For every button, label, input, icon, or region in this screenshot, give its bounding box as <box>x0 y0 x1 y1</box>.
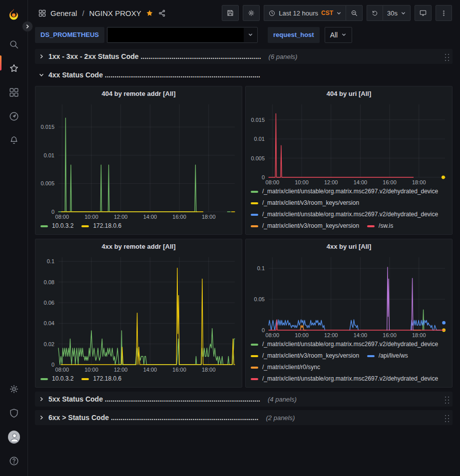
row-1xx-3xx-2xx-status-code[interactable]: 1xx - 3xx - 2xx Status Code ............… <box>35 49 453 64</box>
sidebar-item-starred[interactable] <box>8 62 20 74</box>
variable-value-request-host[interactable]: All <box>325 27 353 43</box>
panel-title[interactable]: 4xx by uri [All] <box>246 239 452 253</box>
time-range-picker[interactable]: Last 12 hours CST <box>264 5 346 21</box>
svg-text:14:00: 14:00 <box>143 214 157 220</box>
legend-item[interactable]: /_matrix/client/r0/sync <box>251 363 320 372</box>
dashboard-settings-button[interactable] <box>243 5 260 21</box>
svg-text:18:00: 18:00 <box>202 367 216 373</box>
row-4xx-status-code[interactable]: 4xx Status Code ........................… <box>35 67 453 82</box>
time-series-chart[interactable]: 00.0050.010.01508:0010:0012:0014:0016:00… <box>35 100 242 221</box>
legend-label: /_matrix/client/unstable/org.matrix.msc2… <box>262 340 438 349</box>
legend-item[interactable]: /_matrix/client/unstable/org.matrix.msc2… <box>251 340 438 349</box>
row-title: 5xx Status Code ........................… <box>48 395 260 403</box>
panel-title[interactable]: 404 by uri [All] <box>246 86 452 100</box>
svg-text:08:00: 08:00 <box>55 214 69 220</box>
chevron-down-icon <box>341 31 347 39</box>
svg-text:0.005: 0.005 <box>251 155 265 161</box>
more-options-button[interactable] <box>436 5 452 21</box>
time-series-chart[interactable]: 00.020.040.060.080.108:0010:0012:0014:00… <box>35 253 242 374</box>
legend-label: /sw.is <box>379 222 393 230</box>
panel-title[interactable]: 4xx by remote addr [All] <box>35 239 242 253</box>
breadcrumb-folder[interactable]: General <box>50 9 77 17</box>
panel-title[interactable]: 404 by remote addr [All] <box>35 86 242 100</box>
settings-gear-icon[interactable] <box>8 383 20 395</box>
zoom-out-time-button[interactable] <box>346 5 363 21</box>
legend-item[interactable]: /_matrix/client/unstable/org.matrix.msc2… <box>251 210 438 219</box>
svg-text:0.1: 0.1 <box>47 258 54 264</box>
svg-text:10:00: 10:00 <box>295 179 309 185</box>
refresh-interval-label: 30s <box>387 9 398 17</box>
svg-text:18:00: 18:00 <box>412 332 426 338</box>
legend-label: /_matrix/client/r0/sync <box>262 363 320 372</box>
chevron-down-icon <box>401 10 406 16</box>
chevron-right-icon <box>37 415 45 421</box>
explore-compass-icon[interactable] <box>8 110 20 122</box>
legend-label: /_matrix/client/v3/room_keys/version <box>262 352 359 360</box>
refresh-icon[interactable] <box>367 5 383 21</box>
svg-text:16:00: 16:00 <box>383 179 397 185</box>
svg-text:0.06: 0.06 <box>44 300 54 306</box>
star-filled-icon[interactable] <box>145 9 154 17</box>
drag-handle-icon[interactable] <box>444 414 450 422</box>
legend-item[interactable]: /_matrix/client/unstable/org.matrix.msc2… <box>251 187 438 196</box>
dashboards-icon[interactable] <box>8 86 20 98</box>
legend-item[interactable]: /sw.is <box>367 222 393 230</box>
legend-swatch <box>81 378 89 380</box>
svg-text:08:00: 08:00 <box>55 367 69 373</box>
cycle-view-mode-button[interactable] <box>415 5 432 21</box>
legend-item[interactable]: 10.0.3.2 <box>40 222 73 230</box>
legend-label: /api/live/ws <box>379 352 408 360</box>
drag-handle-icon[interactable] <box>444 395 450 404</box>
grafana-logo[interactable] <box>7 8 20 21</box>
page-title[interactable]: NGINX PROXY <box>89 9 141 17</box>
main-area: General / NGINX PROXY <box>28 0 460 476</box>
variable-value-ds-prometheus[interactable] <box>107 27 258 43</box>
legend-item[interactable]: /_matrix/client/v3/room_keys/version <box>251 199 359 207</box>
variables-bar: DS_PROMETHEUS request_host All <box>28 26 460 47</box>
legend-item[interactable]: 172.18.0.6 <box>81 375 121 383</box>
legend-item[interactable]: 10.0.3.2 <box>40 375 73 383</box>
sidebar-expand-button[interactable] <box>22 21 33 32</box>
search-icon[interactable] <box>8 38 20 50</box>
legend-swatch <box>251 344 258 346</box>
row-6xx-status-code[interactable]: 6xx > Status Code ......................… <box>35 410 453 425</box>
active-nav-indicator <box>0 55 1 70</box>
row-5xx-status-code[interactable]: 5xx Status Code ........................… <box>35 392 453 407</box>
row-title: 4xx Status Code ........................… <box>48 71 260 79</box>
svg-text:0.015: 0.015 <box>40 124 54 130</box>
svg-text:16:00: 16:00 <box>172 214 186 220</box>
legend-item[interactable]: /_matrix/client/v3/room_keys/version <box>251 222 359 230</box>
svg-text:0: 0 <box>51 209 54 215</box>
legend-item[interactable]: 172.18.0.6 <box>81 222 121 230</box>
svg-text:0.08: 0.08 <box>44 279 54 285</box>
variable-selected-value: All <box>330 31 338 39</box>
dashboard-body: 1xx - 3xx - 2xx Status Code ............… <box>28 47 460 476</box>
time-series-chart[interactable]: 00.0050.010.01508:0010:0012:0014:0016:00… <box>246 100 452 186</box>
legend-label: /_matrix/client/unstable/org.matrix.msc2… <box>262 210 438 219</box>
time-series-chart[interactable]: 00.050.108:0010:0012:0014:0016:0018:00 <box>246 253 452 339</box>
legend-swatch <box>367 225 375 227</box>
chevron-down-icon <box>37 72 45 78</box>
refresh-interval-picker[interactable]: 30s <box>383 5 411 21</box>
svg-text:10:00: 10:00 <box>84 214 98 220</box>
user-avatar[interactable] <box>8 431 20 443</box>
legend-item[interactable]: /_matrix/client/v3/room_keys/version <box>251 352 359 360</box>
save-dashboard-button[interactable] <box>222 5 239 21</box>
legend-swatch <box>251 191 258 193</box>
legend-item[interactable]: /api/live/ws <box>367 352 408 360</box>
svg-text:0: 0 <box>51 362 54 368</box>
legend-item[interactable]: /_matrix/client/unstable/org.matrix.msc2… <box>251 375 438 383</box>
variable-label-ds-prometheus: DS_PROMETHEUS <box>35 27 104 43</box>
share-icon[interactable] <box>158 9 166 17</box>
apps-icon <box>38 9 46 17</box>
svg-text:0.005: 0.005 <box>40 180 54 186</box>
legend-swatch <box>251 214 258 216</box>
admin-shield-icon[interactable] <box>8 407 20 419</box>
help-icon[interactable] <box>8 455 20 467</box>
dashboard-header: General / NGINX PROXY <box>28 0 460 26</box>
svg-text:0.015: 0.015 <box>251 117 265 123</box>
alerting-bell-icon[interactable] <box>8 134 20 146</box>
drag-handle-icon[interactable] <box>444 52 450 61</box>
svg-text:14:00: 14:00 <box>354 179 368 185</box>
svg-text:16:00: 16:00 <box>172 367 186 373</box>
